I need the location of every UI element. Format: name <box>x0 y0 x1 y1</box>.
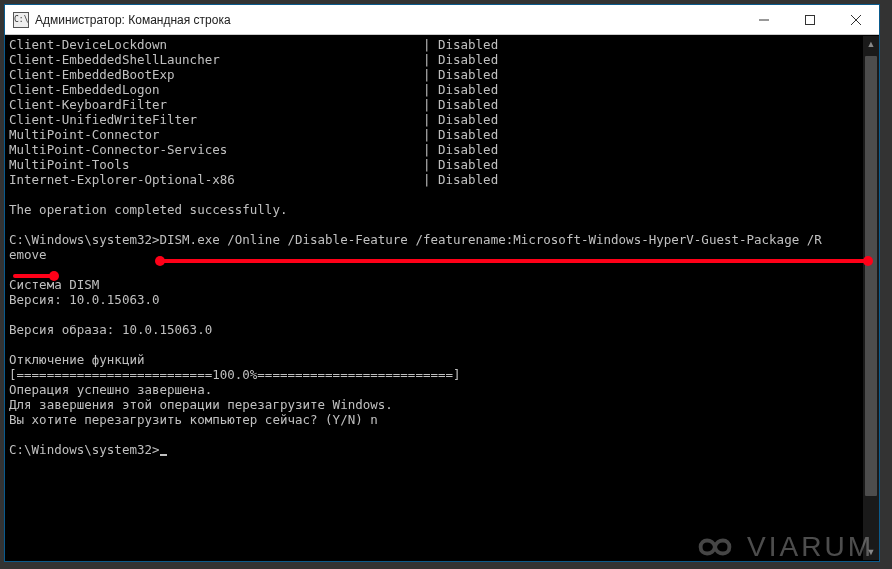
terminal-line <box>9 307 875 322</box>
terminal-line: Вы хотите перезагрузить компьютер сейчас… <box>9 412 875 427</box>
terminal-line: Client-EmbeddedBootExp | Disabled <box>9 67 875 82</box>
terminal-line: Для завершения этой операции перезагрузи… <box>9 397 875 412</box>
terminal-line: emove <box>9 247 875 262</box>
terminal-line <box>9 427 875 442</box>
terminal-line: Client-UnifiedWriteFilter | Disabled <box>9 112 875 127</box>
terminal-line: Cистема DISM <box>9 277 875 292</box>
terminal-line: Client-DeviceLockdown | Disabled <box>9 37 875 52</box>
scrollbar-vertical[interactable]: ▲ ▼ <box>863 36 879 560</box>
terminal-line <box>9 217 875 232</box>
terminal-line: MultiPoint-Connector-Services | Disabled <box>9 142 875 157</box>
cmd-icon <box>13 12 29 28</box>
terminal-line <box>9 262 875 277</box>
terminal-line: Версия: 10.0.15063.0 <box>9 292 875 307</box>
terminal-line: C:\Windows\system32>DISM.exe /Online /Di… <box>9 232 875 247</box>
scrollbar-thumb[interactable] <box>865 56 877 496</box>
titlebar[interactable]: Администратор: Командная строка <box>5 5 879 35</box>
window-controls <box>741 5 879 34</box>
terminal-line: The operation completed successfully. <box>9 202 875 217</box>
minimize-button[interactable] <box>741 5 787 34</box>
window-title: Администратор: Командная строка <box>35 13 741 27</box>
scroll-down-arrow[interactable]: ▼ <box>863 544 879 560</box>
terminal-line: Отключение функций <box>9 352 875 367</box>
scroll-up-arrow[interactable]: ▲ <box>863 36 879 52</box>
terminal-line: [==========================100.0%=======… <box>9 367 875 382</box>
terminal-line: MultiPoint-Tools | Disabled <box>9 157 875 172</box>
terminal-line <box>9 187 875 202</box>
maximize-button[interactable] <box>787 5 833 34</box>
terminal-output[interactable]: Client-DeviceLockdown | DisabledClient-E… <box>5 35 879 561</box>
terminal-prompt[interactable]: C:\Windows\system32> <box>9 442 875 457</box>
terminal-line: Client-KeyboardFilter | Disabled <box>9 97 875 112</box>
terminal-line: Client-EmbeddedLogon | Disabled <box>9 82 875 97</box>
terminal-line: Internet-Explorer-Optional-x86 | Disable… <box>9 172 875 187</box>
terminal-line: MultiPoint-Connector | Disabled <box>9 127 875 142</box>
close-button[interactable] <box>833 5 879 34</box>
command-prompt-window: Администратор: Командная строка Client-D… <box>4 4 880 562</box>
terminal-line: Версия образа: 10.0.15063.0 <box>9 322 875 337</box>
cursor <box>160 454 167 456</box>
terminal-line <box>9 337 875 352</box>
svg-rect-1 <box>806 15 815 24</box>
terminal-line: Client-EmbeddedShellLauncher | Disabled <box>9 52 875 67</box>
terminal-line: Операция успешно завершена. <box>9 382 875 397</box>
